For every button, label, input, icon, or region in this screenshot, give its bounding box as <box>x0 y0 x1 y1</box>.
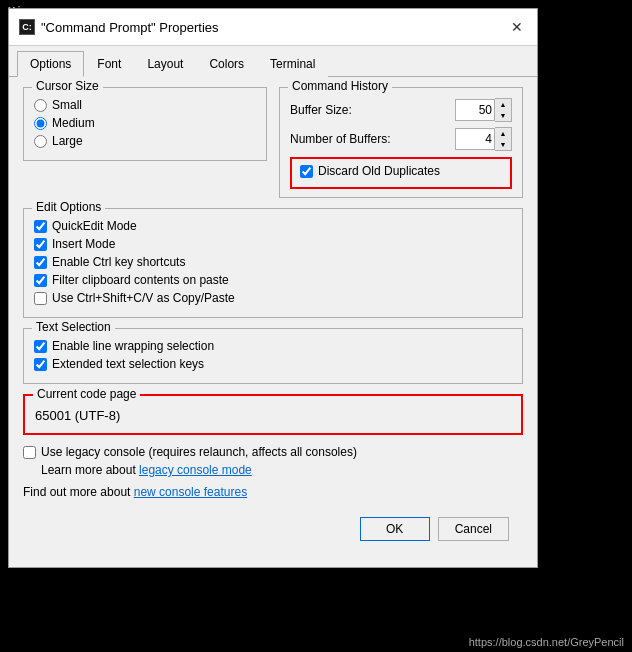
quick-edit-item[interactable]: QuickEdit Mode <box>34 219 512 233</box>
filter-clipboard-checkbox[interactable] <box>34 274 47 287</box>
cursor-size-label: Cursor Size <box>32 79 103 93</box>
discard-highlighted: Discard Old Duplicates <box>290 157 512 189</box>
discard-duplicates-label: Discard Old Duplicates <box>318 164 440 178</box>
buffer-size-spinner: ▲ ▼ <box>455 98 512 122</box>
dialog-icon: C: <box>19 19 35 35</box>
tab-layout[interactable]: Layout <box>134 51 196 77</box>
new-console-features-link[interactable]: new console features <box>134 485 247 499</box>
cursor-medium-radio[interactable] <box>34 117 47 130</box>
insert-mode-label: Insert Mode <box>52 237 115 251</box>
num-buffers-input[interactable] <box>455 128 495 150</box>
tab-font[interactable]: Font <box>84 51 134 77</box>
ctrl-shortcuts-label: Enable Ctrl key shortcuts <box>52 255 185 269</box>
num-buffers-row: Number of Buffers: ▲ ▼ <box>290 127 512 151</box>
cursor-large-label: Large <box>52 134 83 148</box>
dialog-titlebar: C: "Command Prompt" Properties ✕ <box>9 9 537 46</box>
ctrl-shift-copypaste-label: Use Ctrl+Shift+C/V as Copy/Paste <box>52 291 235 305</box>
dialog-body: Cursor Size Small Medium <box>9 77 537 559</box>
buffer-size-label: Buffer Size: <box>290 103 449 117</box>
num-buffers-down[interactable]: ▼ <box>495 139 511 150</box>
cursor-large-item[interactable]: Large <box>34 134 256 148</box>
tab-colors[interactable]: Colors <box>196 51 257 77</box>
buffer-size-down[interactable]: ▼ <box>495 110 511 121</box>
ctrl-shortcuts-item[interactable]: Enable Ctrl key shortcuts <box>34 255 512 269</box>
cursor-small-label: Small <box>52 98 82 112</box>
legacy-console-mode-link[interactable]: legacy console mode <box>139 463 252 477</box>
cancel-button[interactable]: Cancel <box>438 517 509 541</box>
ctrl-shift-copypaste-item[interactable]: Use Ctrl+Shift+C/V as Copy/Paste <box>34 291 512 305</box>
command-history-content: Buffer Size: ▲ ▼ Number <box>290 98 512 189</box>
find-more-row: Find out more about new console features <box>23 485 523 499</box>
learn-more-prefix: Learn more about <box>41 463 139 477</box>
find-out-prefix: Find out more about <box>23 485 134 499</box>
line-wrapping-item[interactable]: Enable line wrapping selection <box>34 339 512 353</box>
legacy-console-checkbox[interactable] <box>23 446 36 459</box>
edit-options-group: Edit Options QuickEdit Mode Insert Mode … <box>23 208 523 318</box>
insert-mode-item[interactable]: Insert Mode <box>34 237 512 251</box>
discard-duplicates-checkbox[interactable] <box>300 165 313 178</box>
text-selection-label: Text Selection <box>32 320 115 334</box>
ok-button[interactable]: OK <box>360 517 430 541</box>
cursor-medium-item[interactable]: Medium <box>34 116 256 130</box>
code-page-value: 65001 (UTF-8) <box>35 408 511 423</box>
dialog-overlay: C: "Command Prompt" Properties ✕ Options… <box>0 0 632 652</box>
buffer-size-up[interactable]: ▲ <box>495 99 511 110</box>
command-history-col: Command History Buffer Size: ▲ ▼ <box>279 87 523 208</box>
edit-options-label: Edit Options <box>32 200 105 214</box>
text-selection-group: Text Selection Enable line wrapping sele… <box>23 328 523 384</box>
current-code-label: Current code page <box>33 387 140 401</box>
cursor-size-group: Cursor Size Small Medium <box>23 87 267 161</box>
buffer-size-row: Buffer Size: ▲ ▼ <box>290 98 512 122</box>
legacy-console-row: Use legacy console (requires relaunch, a… <box>23 445 523 459</box>
cursor-small-radio[interactable] <box>34 99 47 112</box>
buffer-size-buttons: ▲ ▼ <box>495 98 512 122</box>
command-history-label: Command History <box>288 79 392 93</box>
close-button[interactable]: ✕ <box>507 17 527 37</box>
properties-dialog: C: "Command Prompt" Properties ✕ Options… <box>8 8 538 568</box>
quick-edit-label: QuickEdit Mode <box>52 219 137 233</box>
buffer-size-input[interactable] <box>455 99 495 121</box>
line-wrapping-label: Enable line wrapping selection <box>52 339 214 353</box>
learn-more-row: Learn more about legacy console mode <box>41 463 523 477</box>
quick-edit-checkbox[interactable] <box>34 220 47 233</box>
cursor-medium-label: Medium <box>52 116 95 130</box>
extended-keys-checkbox[interactable] <box>34 358 47 371</box>
num-buffers-up[interactable]: ▲ <box>495 128 511 139</box>
tab-options[interactable]: Options <box>17 51 84 77</box>
num-buffers-buttons: ▲ ▼ <box>495 127 512 151</box>
line-wrapping-checkbox[interactable] <box>34 340 47 353</box>
dialog-title: "Command Prompt" Properties <box>41 20 219 35</box>
current-code-group: Current code page 65001 (UTF-8) <box>23 394 523 435</box>
cursor-small-item[interactable]: Small <box>34 98 256 112</box>
top-row: Cursor Size Small Medium <box>23 87 523 208</box>
ctrl-shift-copypaste-checkbox[interactable] <box>34 292 47 305</box>
cursor-size-content: Small Medium Large <box>34 98 256 148</box>
url-watermark: https://blog.csdn.net/GreyPencil <box>469 636 624 648</box>
filter-clipboard-item[interactable]: Filter clipboard contents on paste <box>34 273 512 287</box>
legacy-console-label: Use legacy console (requires relaunch, a… <box>41 445 357 459</box>
cursor-large-radio[interactable] <box>34 135 47 148</box>
command-history-group: Command History Buffer Size: ▲ ▼ <box>279 87 523 198</box>
extended-keys-item[interactable]: Extended text selection keys <box>34 357 512 371</box>
filter-clipboard-label: Filter clipboard contents on paste <box>52 273 229 287</box>
titlebar-left: C: "Command Prompt" Properties <box>19 19 219 35</box>
tab-terminal[interactable]: Terminal <box>257 51 328 77</box>
ctrl-shortcuts-checkbox[interactable] <box>34 256 47 269</box>
cursor-size-col: Cursor Size Small Medium <box>23 87 267 208</box>
extended-keys-label: Extended text selection keys <box>52 357 204 371</box>
discard-duplicates-item[interactable]: Discard Old Duplicates <box>300 164 502 178</box>
insert-mode-checkbox[interactable] <box>34 238 47 251</box>
tab-bar: Options Font Layout Colors Terminal <box>9 46 537 77</box>
edit-options-content: QuickEdit Mode Insert Mode Enable Ctrl k… <box>34 219 512 305</box>
num-buffers-label: Number of Buffers: <box>290 132 449 146</box>
dialog-footer: OK Cancel <box>23 509 523 549</box>
text-selection-content: Enable line wrapping selection Extended … <box>34 339 512 371</box>
num-buffers-spinner: ▲ ▼ <box>455 127 512 151</box>
